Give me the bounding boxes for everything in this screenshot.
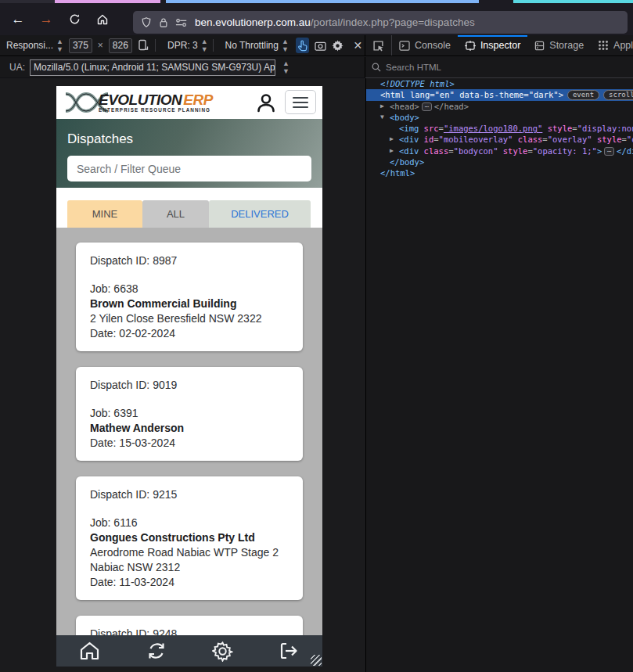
ua-input[interactable]: Mozilla/5.0 (Linux; Android 11; SAMSUNG … <box>30 59 275 76</box>
code-token: "en" <box>435 90 455 99</box>
markup-line[interactable]: ▼<body> <box>366 112 633 123</box>
tab-application[interactable]: Application <box>591 35 633 56</box>
viewport-height-input[interactable]: 826 <box>109 38 132 53</box>
back-icon[interactable]: ← <box>8 9 28 30</box>
tab-storage[interactable]: Storage <box>527 35 591 56</box>
code-token: class <box>513 135 542 144</box>
mobile-viewport: EVOLUTIONERP ENTERPRISE RESOURCE PLANNIN… <box>56 86 322 667</box>
markup-line[interactable]: <html lang="en" data-bs-theme="dark">eve… <box>366 89 633 100</box>
expand-arrow-icon[interactable]: ▶ <box>390 134 394 145</box>
filter-search-input[interactable]: Search / Filter Queue <box>67 156 311 181</box>
home-icon[interactable] <box>79 640 101 662</box>
tab-delivered[interactable]: DELIVERED <box>209 200 311 228</box>
logo-subtitle: ENTERPRISE RESOURCE PLANNING <box>99 107 213 113</box>
job-number: Job: 6391 <box>90 406 289 421</box>
home-icon[interactable] <box>92 9 113 30</box>
code-token: </html> <box>380 168 415 178</box>
chevron-updown-icon: ▲▼ <box>201 38 207 53</box>
markup-line[interactable]: <!DOCTYPE html> <box>366 78 633 89</box>
dispatch-id: Dispatch ID: 9019 <box>90 378 289 393</box>
app-header: EVOLUTIONERP ENTERPRISE RESOURCE PLANNIN… <box>56 86 322 119</box>
viewport-area: EVOLUTIONERP ENTERPRISE RESOURCE PLANNIN… <box>0 78 365 672</box>
shield-icon[interactable] <box>141 16 152 28</box>
rotate-icon[interactable] <box>136 38 150 53</box>
toolbar-row: Responsi...▲▼ 375 × 826 DPR: 3▲▼ No Thro… <box>0 35 633 56</box>
dispatch-id: Dispatch ID: 9248 <box>90 627 289 635</box>
address-line: Aerodrome Road Nabiac WTP Stage 2 <box>90 545 289 560</box>
settings-icon[interactable] <box>331 38 345 53</box>
touch-icon[interactable] <box>296 38 310 53</box>
code-token: <div <box>399 135 419 144</box>
bottom-nav <box>56 635 322 667</box>
user-icon[interactable] <box>255 92 277 113</box>
code-token: </div> <box>617 146 633 156</box>
menu-button[interactable] <box>285 90 316 114</box>
dispatch-card[interactable]: Dispatch ID: 8987Job: 6638Brown Commerci… <box>76 243 303 351</box>
address-line: Nabiac NSW 2312 <box>90 560 289 575</box>
markup-line[interactable]: ▶<div id="mobileoverlay" class="overlay"… <box>366 134 633 145</box>
chevron-updown-icon: ▲▼ <box>282 38 288 53</box>
markup-line[interactable]: </html> <box>366 167 633 178</box>
code-token: id <box>419 135 433 144</box>
page-hero: Dispatches Search / Filter Queue <box>56 119 322 188</box>
code-token: style <box>592 135 622 144</box>
expand-arrow-icon[interactable]: ▶ <box>380 101 384 112</box>
dispatch-date: Date: 15-03-2024 <box>90 436 289 451</box>
collapse-arrow-icon[interactable]: ▼ <box>380 112 384 123</box>
responsive-toolbar: Responsi...▲▼ 375 × 826 DPR: 3▲▼ No Thro… <box>0 35 365 56</box>
dispatch-id: Dispatch ID: 9215 <box>90 487 289 502</box>
tab-inspector[interactable]: Inspector <box>458 35 527 56</box>
code-token: style <box>498 146 527 156</box>
throttling-select[interactable]: No Throttling▲▼ <box>225 38 287 53</box>
close-icon[interactable]: ✕ <box>351 38 365 53</box>
resize-grip[interactable] <box>311 655 322 666</box>
search-html-placeholder: Search HTML <box>386 63 441 72</box>
tab-console[interactable]: Console <box>392 35 458 56</box>
forward-icon[interactable]: → <box>36 9 56 30</box>
expand-arrow-icon[interactable]: ▶ <box>390 146 394 156</box>
ellipsis-badge[interactable]: ⋯ <box>604 147 614 156</box>
code-token: <html <box>380 90 405 99</box>
ellipsis-badge[interactable]: ⋯ <box>422 102 432 111</box>
settings-icon[interactable] <box>212 640 234 662</box>
permissions-icon[interactable] <box>175 18 188 27</box>
tab-all[interactable]: ALL <box>142 200 209 228</box>
address-line: 2 Yilen Close Beresfield NSW 2322 <box>90 311 289 326</box>
sync-icon[interactable] <box>146 640 167 662</box>
code-token: > <box>597 146 602 156</box>
customer-name: Gongues Constructions Pty Ltd <box>90 530 289 545</box>
chevron-updown-icon: ▲▼ <box>56 38 63 53</box>
markup-line[interactable]: </body> <box>366 156 633 167</box>
device-select[interactable]: Responsi...▲▼ <box>6 38 63 53</box>
dispatch-card[interactable]: Dispatch ID: 9019Job: 6391Mathew Anderso… <box>76 367 303 461</box>
code-token: <body> <box>390 113 419 122</box>
code-token: "opacity: 1;" <box>533 146 597 156</box>
node-badge[interactable]: scroll <box>603 90 633 100</box>
screenshot-icon[interactable] <box>313 38 327 53</box>
dispatch-card[interactable]: Dispatch ID: 9248Job: 3918 <box>76 616 303 635</box>
url-domain: ben.evolutionerp.com.au <box>195 16 311 28</box>
dispatch-card[interactable]: Dispatch ID: 9215Job: 6116Gongues Constr… <box>76 476 303 600</box>
search-html-bar[interactable]: Search HTML <box>365 57 633 78</box>
browser-navbar: ← → ben.evolutionerp.com.au/portal/index… <box>0 3 633 35</box>
code-token: lang <box>405 90 430 99</box>
code-token: "images/logo180.png" <box>444 124 542 133</box>
url-bar[interactable]: ben.evolutionerp.com.au/portal/index.php… <box>133 11 628 34</box>
customer-name: Mathew Anderson <box>90 421 289 436</box>
tab-mine[interactable]: MINE <box>67 200 142 228</box>
dispatch-id: Dispatch ID: 8987 <box>90 253 289 268</box>
inspector-markup-view: <!DOCTYPE html><html lang="en" data-bs-t… <box>365 78 633 672</box>
markup-line[interactable]: <img src="images/logo180.png" style="dis… <box>366 123 633 134</box>
logout-icon[interactable] <box>279 640 300 662</box>
node-badge[interactable]: event <box>567 90 599 100</box>
application-icon <box>598 40 609 51</box>
viewport-width-input[interactable]: 375 <box>69 38 92 53</box>
dpr-select[interactable]: DPR: 3▲▼ <box>167 38 207 53</box>
lock-icon[interactable] <box>159 17 168 28</box>
code-token: "overlay" <box>548 135 592 144</box>
chevron-updown-icon[interactable]: ▲▼ <box>282 59 289 75</box>
element-picker-icon[interactable] <box>365 35 392 56</box>
reload-icon[interactable] <box>64 9 85 30</box>
markup-line[interactable]: ▶<div class="bodycon" style="opacity: 1;… <box>366 146 633 156</box>
markup-line[interactable]: ▶<head>⋯</head> <box>366 101 633 112</box>
